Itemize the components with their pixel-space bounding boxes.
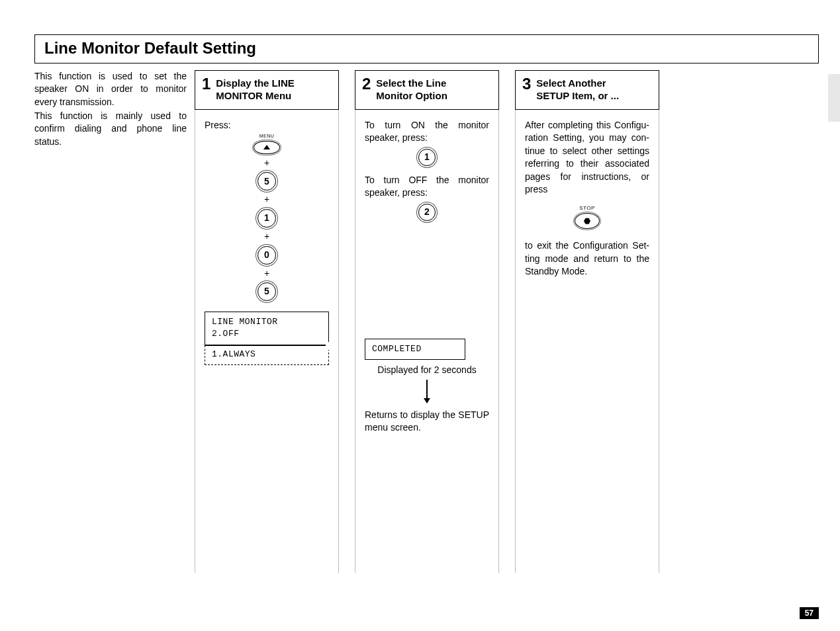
step-number: 1 bbox=[202, 76, 210, 92]
keypad-0-button[interactable]: 0 bbox=[257, 246, 276, 265]
step3-para2: to exit the Configuration Set­ting mode … bbox=[525, 239, 649, 278]
step-title-line2: SETUP Item, or ... bbox=[536, 90, 619, 101]
step-title-line1: Select Another bbox=[536, 77, 606, 89]
lcd-line-3: 1.ALWAYS bbox=[212, 349, 322, 360]
step-1-header: 1 Display the LINE MONITOR Menu bbox=[195, 70, 339, 110]
displayed-2s-caption: Displayed for 2 seconds bbox=[365, 364, 489, 377]
spacer bbox=[365, 229, 489, 328]
step-title-line1: Select the Line bbox=[376, 77, 446, 89]
lcd-line-1: LINE MONITOR bbox=[212, 316, 322, 328]
plus-icon: + bbox=[264, 193, 269, 206]
keypad-1-button[interactable]: 1 bbox=[418, 149, 436, 166]
turn-off-text: To turn OFF the monitor speaker, press: bbox=[365, 174, 489, 200]
step-3-header: 3 Select Another SETUP Item, or ... bbox=[515, 70, 659, 110]
page-title: Line Monitor Default Setting bbox=[34, 34, 819, 63]
key-sequence: MENU + 5 + 1 + 0 + 5 bbox=[205, 133, 329, 301]
step-2-body: To turn ON the monitor speaker, press: 1… bbox=[355, 110, 499, 573]
lcd-completed: COMPLETED bbox=[365, 339, 465, 360]
step3-para1: After completing this Configu­ration Set… bbox=[525, 119, 649, 197]
keypad-5-button[interactable]: 5 bbox=[257, 172, 276, 190]
returns-text: Returns to display the SETUP menu screen… bbox=[365, 409, 489, 435]
content-row: This function is used to set the speaker… bbox=[34, 70, 819, 573]
plus-icon: + bbox=[264, 267, 269, 280]
lcd-display: LINE MONITOR 2.OFF bbox=[205, 312, 329, 345]
step-title: Select the Line Monitor Option bbox=[376, 76, 447, 103]
step-3: 3 Select Another SETUP Item, or ... Afte… bbox=[515, 70, 659, 573]
menu-button-label: MENU bbox=[259, 133, 275, 140]
step-number: 3 bbox=[522, 76, 531, 92]
step-number: 2 bbox=[362, 76, 371, 92]
plus-icon: + bbox=[264, 230, 269, 243]
step-3-body: After completing this Configu­ration Set… bbox=[515, 110, 659, 573]
step-title-line1: Display the LINE bbox=[216, 77, 294, 89]
step-1: 1 Display the LINE MONITOR Menu Press: M… bbox=[195, 70, 339, 573]
page-number: 57 bbox=[800, 607, 819, 619]
plus-icon: + bbox=[264, 157, 269, 170]
step-2: 2 Select the Line Monitor Option To turn… bbox=[355, 70, 499, 573]
lcd-display-alt: 1.ALWAYS bbox=[205, 345, 329, 365]
intro-text: This function is used to set the speaker… bbox=[34, 70, 192, 149]
stop-button-label: STOP bbox=[579, 204, 595, 212]
keypad-2-button[interactable]: 2 bbox=[418, 204, 436, 221]
step-title-line2: MONITOR Menu bbox=[216, 90, 291, 101]
arrow-down-icon bbox=[365, 380, 489, 403]
menu-button-shape bbox=[254, 141, 280, 154]
menu-button[interactable]: MENU bbox=[254, 133, 280, 154]
keypad-1-button[interactable]: 1 bbox=[257, 209, 276, 228]
arrow-up-icon bbox=[263, 145, 270, 149]
keypad-5-button[interactable]: 5 bbox=[257, 282, 276, 301]
page: Line Monitor Default Setting This functi… bbox=[0, 0, 840, 631]
side-tab bbox=[828, 74, 840, 122]
turn-on-text: To turn ON the monitor speaker, press: bbox=[365, 119, 489, 145]
step-title: Select Another SETUP Item, or ... bbox=[536, 76, 619, 103]
step-title-line2: Monitor Option bbox=[376, 90, 447, 101]
intro-p1: This function is used to set the speaker… bbox=[34, 70, 187, 108]
step-title: Display the LINE MONITOR Menu bbox=[216, 76, 294, 103]
stop-hex-icon bbox=[584, 218, 590, 224]
step-1-body: Press: MENU + 5 + 1 + 0 bbox=[195, 110, 339, 573]
intro-p2: This function is mainly used to confirm … bbox=[34, 110, 187, 148]
key-off-row: 2 bbox=[365, 204, 489, 221]
lcd-line-2: 2.OFF bbox=[212, 328, 322, 340]
key-on-row: 1 bbox=[365, 149, 489, 166]
steps-row: 1 Display the LINE MONITOR Menu Press: M… bbox=[195, 70, 659, 573]
stop-button-shape bbox=[575, 213, 600, 229]
press-label: Press: bbox=[205, 119, 329, 132]
stop-button[interactable]: STOP bbox=[525, 204, 649, 229]
step-2-header: 2 Select the Line Monitor Option bbox=[355, 70, 499, 110]
